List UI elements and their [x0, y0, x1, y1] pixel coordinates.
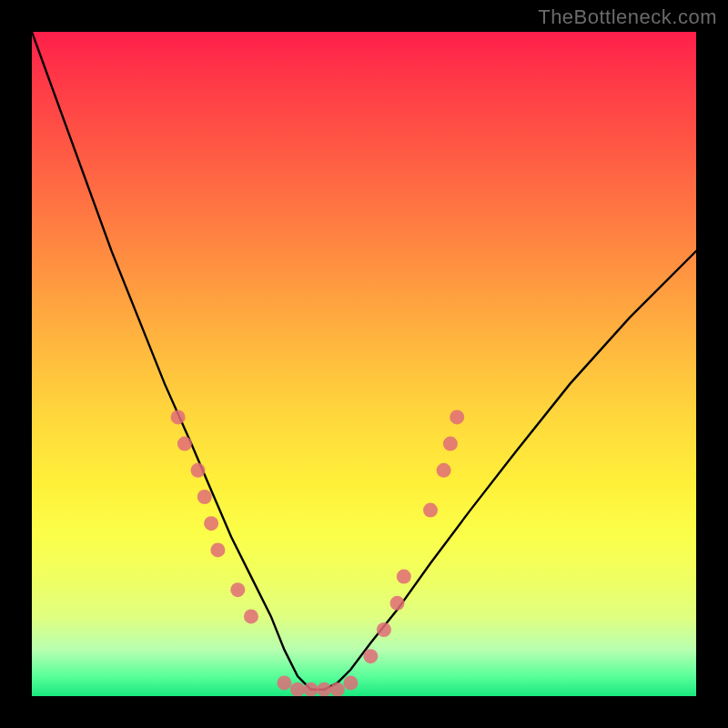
marker-dot	[197, 490, 212, 504]
marker-dot	[450, 410, 464, 424]
marker-dot	[204, 516, 218, 531]
marker-dot	[171, 410, 186, 424]
watermark-text: TheBottleneck.com	[538, 5, 717, 29]
outer-frame: TheBottleneck.com	[0, 0, 728, 728]
marker-dot	[290, 682, 305, 696]
marker-dot	[210, 542, 225, 557]
marker-group	[171, 410, 465, 696]
marker-dot	[191, 463, 206, 478]
chart-svg	[32, 32, 696, 696]
marker-dot	[330, 682, 345, 696]
marker-dot	[363, 649, 378, 663]
marker-dot	[397, 570, 411, 584]
marker-dot	[230, 582, 245, 597]
marker-dot	[277, 675, 291, 690]
marker-dot	[304, 682, 318, 696]
plot-area	[32, 32, 696, 696]
marker-dot	[317, 682, 331, 696]
marker-dot	[177, 437, 192, 451]
marker-dot	[377, 622, 391, 637]
bottleneck-curve	[32, 32, 696, 690]
marker-dot	[423, 503, 438, 518]
marker-dot	[443, 437, 458, 451]
marker-dot	[244, 609, 258, 623]
marker-dot	[343, 675, 358, 690]
marker-dot	[390, 596, 405, 611]
marker-dot	[437, 463, 451, 478]
